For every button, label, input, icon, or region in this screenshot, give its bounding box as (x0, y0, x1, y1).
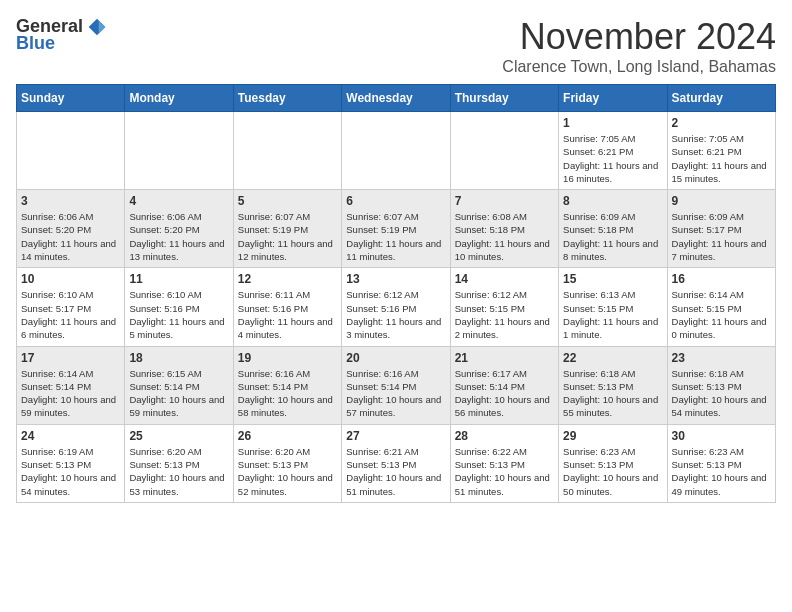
calendar-day-cell: 10Sunrise: 6:10 AM Sunset: 5:17 PM Dayli… (17, 268, 125, 346)
title-section: November 2024 Clarence Town, Long Island… (502, 16, 776, 76)
day-info: Sunrise: 6:19 AM Sunset: 5:13 PM Dayligh… (21, 445, 120, 498)
logo-icon (87, 17, 107, 37)
calendar-day-cell: 22Sunrise: 6:18 AM Sunset: 5:13 PM Dayli… (559, 346, 667, 424)
day-info: Sunrise: 6:10 AM Sunset: 5:16 PM Dayligh… (129, 288, 228, 341)
day-number: 30 (672, 429, 771, 443)
day-info: Sunrise: 6:07 AM Sunset: 5:19 PM Dayligh… (346, 210, 445, 263)
day-number: 20 (346, 351, 445, 365)
day-info: Sunrise: 6:21 AM Sunset: 5:13 PM Dayligh… (346, 445, 445, 498)
calendar-day-cell: 14Sunrise: 6:12 AM Sunset: 5:15 PM Dayli… (450, 268, 558, 346)
day-info: Sunrise: 6:11 AM Sunset: 5:16 PM Dayligh… (238, 288, 337, 341)
calendar-day-cell: 19Sunrise: 6:16 AM Sunset: 5:14 PM Dayli… (233, 346, 341, 424)
calendar-day-cell: 4Sunrise: 6:06 AM Sunset: 5:20 PM Daylig… (125, 190, 233, 268)
calendar-day-cell: 11Sunrise: 6:10 AM Sunset: 5:16 PM Dayli… (125, 268, 233, 346)
day-number: 9 (672, 194, 771, 208)
calendar-day-cell: 5Sunrise: 6:07 AM Sunset: 5:19 PM Daylig… (233, 190, 341, 268)
day-number: 24 (21, 429, 120, 443)
weekday-header-cell: Tuesday (233, 85, 341, 112)
weekday-header-row: SundayMondayTuesdayWednesdayThursdayFrid… (17, 85, 776, 112)
day-number: 10 (21, 272, 120, 286)
day-info: Sunrise: 6:08 AM Sunset: 5:18 PM Dayligh… (455, 210, 554, 263)
day-info: Sunrise: 6:10 AM Sunset: 5:17 PM Dayligh… (21, 288, 120, 341)
weekday-header-cell: Friday (559, 85, 667, 112)
calendar-week-row: 1Sunrise: 7:05 AM Sunset: 6:21 PM Daylig… (17, 112, 776, 190)
day-number: 14 (455, 272, 554, 286)
calendar-week-row: 24Sunrise: 6:19 AM Sunset: 5:13 PM Dayli… (17, 424, 776, 502)
calendar-day-cell (125, 112, 233, 190)
month-title: November 2024 (502, 16, 776, 58)
day-info: Sunrise: 6:18 AM Sunset: 5:13 PM Dayligh… (563, 367, 662, 420)
day-info: Sunrise: 7:05 AM Sunset: 6:21 PM Dayligh… (672, 132, 771, 185)
day-info: Sunrise: 6:17 AM Sunset: 5:14 PM Dayligh… (455, 367, 554, 420)
calendar-day-cell: 26Sunrise: 6:20 AM Sunset: 5:13 PM Dayli… (233, 424, 341, 502)
calendar-day-cell: 21Sunrise: 6:17 AM Sunset: 5:14 PM Dayli… (450, 346, 558, 424)
day-info: Sunrise: 6:09 AM Sunset: 5:17 PM Dayligh… (672, 210, 771, 263)
calendar-day-cell: 20Sunrise: 6:16 AM Sunset: 5:14 PM Dayli… (342, 346, 450, 424)
calendar-day-cell: 23Sunrise: 6:18 AM Sunset: 5:13 PM Dayli… (667, 346, 775, 424)
day-info: Sunrise: 6:23 AM Sunset: 5:13 PM Dayligh… (563, 445, 662, 498)
day-info: Sunrise: 6:14 AM Sunset: 5:15 PM Dayligh… (672, 288, 771, 341)
day-info: Sunrise: 6:07 AM Sunset: 5:19 PM Dayligh… (238, 210, 337, 263)
weekday-header-cell: Monday (125, 85, 233, 112)
day-number: 7 (455, 194, 554, 208)
day-number: 29 (563, 429, 662, 443)
day-number: 18 (129, 351, 228, 365)
day-info: Sunrise: 6:13 AM Sunset: 5:15 PM Dayligh… (563, 288, 662, 341)
page-header: General Blue November 2024 Clarence Town… (16, 16, 776, 76)
day-number: 12 (238, 272, 337, 286)
weekday-header-cell: Thursday (450, 85, 558, 112)
day-number: 27 (346, 429, 445, 443)
logo: General Blue (16, 16, 107, 54)
day-info: Sunrise: 6:06 AM Sunset: 5:20 PM Dayligh… (21, 210, 120, 263)
calendar-day-cell: 25Sunrise: 6:20 AM Sunset: 5:13 PM Dayli… (125, 424, 233, 502)
calendar-day-cell: 13Sunrise: 6:12 AM Sunset: 5:16 PM Dayli… (342, 268, 450, 346)
calendar-week-row: 3Sunrise: 6:06 AM Sunset: 5:20 PM Daylig… (17, 190, 776, 268)
calendar-day-cell (342, 112, 450, 190)
weekday-header-cell: Saturday (667, 85, 775, 112)
calendar-day-cell: 24Sunrise: 6:19 AM Sunset: 5:13 PM Dayli… (17, 424, 125, 502)
day-info: Sunrise: 6:15 AM Sunset: 5:14 PM Dayligh… (129, 367, 228, 420)
day-info: Sunrise: 6:16 AM Sunset: 5:14 PM Dayligh… (346, 367, 445, 420)
calendar-day-cell: 17Sunrise: 6:14 AM Sunset: 5:14 PM Dayli… (17, 346, 125, 424)
calendar-day-cell: 7Sunrise: 6:08 AM Sunset: 5:18 PM Daylig… (450, 190, 558, 268)
day-info: Sunrise: 6:06 AM Sunset: 5:20 PM Dayligh… (129, 210, 228, 263)
calendar-body: 1Sunrise: 7:05 AM Sunset: 6:21 PM Daylig… (17, 112, 776, 503)
calendar-day-cell: 18Sunrise: 6:15 AM Sunset: 5:14 PM Dayli… (125, 346, 233, 424)
calendar-day-cell: 15Sunrise: 6:13 AM Sunset: 5:15 PM Dayli… (559, 268, 667, 346)
day-number: 25 (129, 429, 228, 443)
day-info: Sunrise: 6:16 AM Sunset: 5:14 PM Dayligh… (238, 367, 337, 420)
day-number: 19 (238, 351, 337, 365)
calendar-day-cell: 16Sunrise: 6:14 AM Sunset: 5:15 PM Dayli… (667, 268, 775, 346)
day-info: Sunrise: 6:23 AM Sunset: 5:13 PM Dayligh… (672, 445, 771, 498)
day-number: 26 (238, 429, 337, 443)
day-info: Sunrise: 6:18 AM Sunset: 5:13 PM Dayligh… (672, 367, 771, 420)
calendar-day-cell: 9Sunrise: 6:09 AM Sunset: 5:17 PM Daylig… (667, 190, 775, 268)
weekday-header-cell: Wednesday (342, 85, 450, 112)
calendar-day-cell: 29Sunrise: 6:23 AM Sunset: 5:13 PM Dayli… (559, 424, 667, 502)
day-number: 1 (563, 116, 662, 130)
day-number: 8 (563, 194, 662, 208)
day-info: Sunrise: 7:05 AM Sunset: 6:21 PM Dayligh… (563, 132, 662, 185)
calendar-day-cell: 27Sunrise: 6:21 AM Sunset: 5:13 PM Dayli… (342, 424, 450, 502)
day-number: 4 (129, 194, 228, 208)
calendar-day-cell: 12Sunrise: 6:11 AM Sunset: 5:16 PM Dayli… (233, 268, 341, 346)
day-number: 17 (21, 351, 120, 365)
calendar-day-cell: 8Sunrise: 6:09 AM Sunset: 5:18 PM Daylig… (559, 190, 667, 268)
calendar-day-cell (450, 112, 558, 190)
calendar-day-cell: 28Sunrise: 6:22 AM Sunset: 5:13 PM Dayli… (450, 424, 558, 502)
calendar-week-row: 10Sunrise: 6:10 AM Sunset: 5:17 PM Dayli… (17, 268, 776, 346)
day-number: 16 (672, 272, 771, 286)
day-number: 13 (346, 272, 445, 286)
day-number: 15 (563, 272, 662, 286)
calendar-day-cell: 1Sunrise: 7:05 AM Sunset: 6:21 PM Daylig… (559, 112, 667, 190)
day-info: Sunrise: 6:20 AM Sunset: 5:13 PM Dayligh… (238, 445, 337, 498)
day-info: Sunrise: 6:12 AM Sunset: 5:16 PM Dayligh… (346, 288, 445, 341)
day-number: 2 (672, 116, 771, 130)
day-number: 22 (563, 351, 662, 365)
logo-blue-text: Blue (16, 33, 55, 54)
day-info: Sunrise: 6:22 AM Sunset: 5:13 PM Dayligh… (455, 445, 554, 498)
calendar-day-cell: 30Sunrise: 6:23 AM Sunset: 5:13 PM Dayli… (667, 424, 775, 502)
weekday-header-cell: Sunday (17, 85, 125, 112)
calendar-day-cell: 2Sunrise: 7:05 AM Sunset: 6:21 PM Daylig… (667, 112, 775, 190)
day-number: 6 (346, 194, 445, 208)
